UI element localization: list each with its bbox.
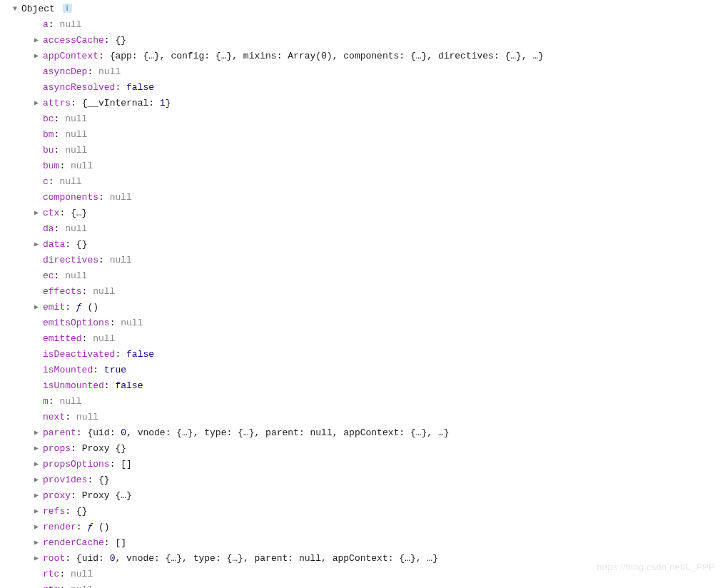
- property-value: {}: [115, 35, 126, 46]
- root-object-label: Object: [21, 4, 55, 14]
- property-key: render: [43, 522, 76, 532]
- expand-arrow-icon[interactable]: ▶: [34, 206, 41, 221]
- property-separator: :: [82, 286, 93, 297]
- property-value: null: [65, 145, 87, 156]
- property-key: accessCache: [43, 35, 104, 46]
- expand-arrow-icon[interactable]: ▶: [34, 488, 41, 504]
- tree-property-row[interactable]: ▶proxy: Proxy {…}: [21, 488, 725, 504]
- expand-arrow-icon[interactable]: ▶: [34, 237, 41, 253]
- tree-property-row[interactable]: ▶emit: ƒ (): [21, 300, 725, 315]
- property-key: bc: [43, 113, 54, 124]
- property-value: false: [126, 349, 154, 360]
- property-key: bm: [43, 129, 54, 140]
- tree-property-row[interactable]: ▶renderCache: []: [21, 535, 725, 551]
- property-separator: :: [65, 506, 76, 517]
- expand-arrow-icon[interactable]: ▶: [34, 472, 41, 488]
- property-separator: :: [104, 537, 116, 548]
- tree-property-row: bum: null: [21, 158, 725, 174]
- property-key: m: [43, 396, 49, 407]
- expand-arrow-icon[interactable]: ▶: [34, 33, 41, 49]
- property-value: true: [104, 365, 126, 375]
- tree-property-row: bm: null: [21, 127, 725, 143]
- tree-property-row: next: null: [21, 410, 725, 425]
- property-key: parent: [43, 427, 76, 438]
- property-key: bu: [43, 145, 54, 156]
- property-key: da: [43, 223, 54, 234]
- property-key: next: [43, 412, 65, 422]
- property-separator: :: [82, 333, 93, 344]
- property-separator: :: [59, 208, 71, 218]
- expand-arrow-icon[interactable]: ▶: [34, 535, 41, 551]
- expand-arrow-icon[interactable]: ▶: [34, 300, 41, 315]
- property-value: false: [126, 82, 154, 93]
- property-value: ƒ: [76, 302, 88, 313]
- property-value: Proxy {…}: [82, 490, 132, 501]
- tree-property-row[interactable]: ▶attrs: {__vInternal: 1}: [21, 96, 725, 111]
- object-tree: ▼ Object i a: null▶accessCache: {}▶appCo…: [0, 0, 725, 588]
- property-value: null: [65, 223, 87, 234]
- property-key: isMounted: [43, 365, 93, 375]
- tree-property-row: directives: null: [21, 253, 725, 268]
- property-value: null: [76, 412, 98, 422]
- expand-arrow-icon[interactable]: ▶: [34, 425, 41, 441]
- property-value: {}: [76, 506, 88, 517]
- tree-property-row[interactable]: ▶parent: {uid: 0, vnode: {…}, type: {…},…: [21, 425, 725, 441]
- tree-root-row[interactable]: ▼ Object i: [21, 1, 725, 17]
- expand-arrow-icon[interactable]: ▶: [34, 96, 41, 111]
- property-separator: :: [65, 302, 76, 313]
- property-separator: :: [110, 318, 121, 328]
- tree-property-row[interactable]: ▶appContext: {app: {…}, config: {…}, mix…: [21, 49, 725, 64]
- property-separator: :: [54, 145, 66, 156]
- property-separator: :: [76, 427, 88, 438]
- property-separator: :: [71, 98, 82, 108]
- property-value: []: [115, 537, 126, 548]
- tree-property-row[interactable]: ▶propsOptions: []: [21, 457, 725, 472]
- property-separator: :: [54, 270, 66, 281]
- property-value: null: [93, 333, 115, 344]
- property-separator: :: [49, 396, 60, 407]
- property-separator: :: [65, 239, 76, 250]
- property-value: {…}: [71, 208, 87, 218]
- property-separator: :: [87, 66, 98, 77]
- property-key: emitsOptions: [43, 318, 110, 328]
- property-value: null: [59, 176, 81, 187]
- tree-property-row[interactable]: ▶refs: {}: [21, 504, 725, 519]
- tree-property-row: da: null: [21, 221, 725, 237]
- property-key: appContext: [43, 51, 98, 61]
- expand-arrow-icon[interactable]: ▼: [13, 1, 20, 17]
- info-icon[interactable]: i: [63, 4, 72, 13]
- tree-property-row[interactable]: ▶provides: {}: [21, 472, 725, 488]
- tree-property-row[interactable]: ▶ctx: {…}: [21, 206, 725, 221]
- property-separator: :: [71, 443, 82, 454]
- tree-property-row: a: null: [21, 17, 725, 33]
- expand-arrow-icon[interactable]: ▶: [34, 504, 41, 519]
- property-separator: :: [98, 192, 110, 203]
- tree-property-row[interactable]: ▶props: Proxy {}: [21, 441, 725, 457]
- expand-arrow-icon[interactable]: ▶: [34, 49, 41, 64]
- tree-property-row: asyncDep: null: [21, 64, 725, 80]
- tree-property-row: bu: null: [21, 143, 725, 158]
- expand-arrow-icon[interactable]: ▶: [34, 441, 41, 457]
- tree-property-row[interactable]: ▶render: ƒ (): [21, 519, 725, 535]
- property-separator: :: [65, 553, 76, 564]
- expand-arrow-icon[interactable]: ▶: [34, 551, 41, 567]
- property-key: propsOptions: [43, 459, 110, 470]
- property-separator: :: [59, 161, 71, 171]
- property-key: isDeactivated: [43, 349, 115, 360]
- property-key: rtc: [43, 569, 59, 579]
- watermark-text: https://blog.csdn.net/L_PPP: [597, 559, 715, 575]
- property-value: ƒ: [87, 522, 98, 532]
- expand-arrow-icon[interactable]: ▶: [34, 519, 41, 535]
- property-value: {}: [98, 475, 110, 485]
- tree-property-row[interactable]: ▶data: {}: [21, 237, 725, 253]
- property-separator: :: [54, 129, 66, 140]
- property-separator: :: [104, 380, 116, 391]
- property-key: root: [43, 553, 65, 564]
- property-separator: :: [98, 51, 110, 61]
- property-separator: :: [104, 35, 116, 46]
- property-key: c: [43, 176, 49, 187]
- expand-arrow-icon[interactable]: ▶: [34, 457, 41, 472]
- property-separator: :: [87, 475, 98, 485]
- property-key: refs: [43, 506, 65, 517]
- tree-property-row[interactable]: ▶accessCache: {}: [21, 33, 725, 49]
